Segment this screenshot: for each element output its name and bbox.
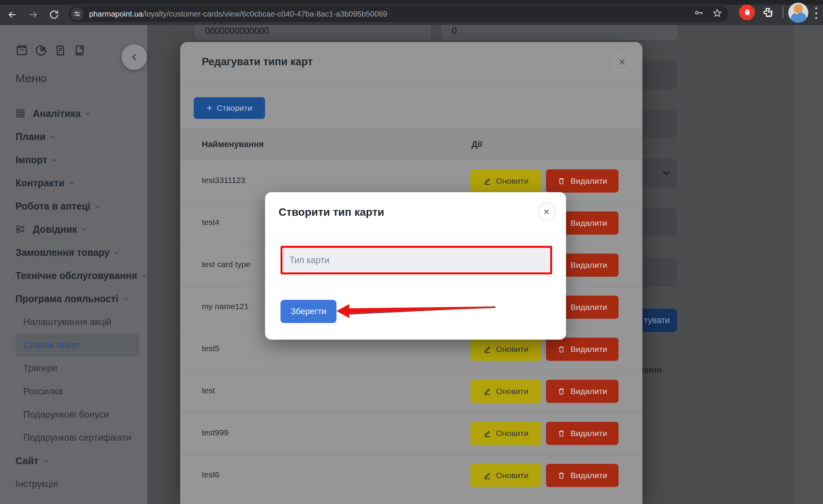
card-type-name: test — [202, 386, 215, 395]
background-select-field — [642, 158, 677, 188]
sidebar-item-3[interactable]: Контракти — [0, 171, 147, 194]
sidebar-item-15[interactable]: Сайт — [0, 449, 147, 472]
pie-chart-icon[interactable] — [35, 44, 47, 58]
address-bar[interactable]: pharmapoint.ua/loyalty/customer-cards/vi… — [69, 6, 728, 22]
sidebar-item-label: Технічне обслуговування — [15, 270, 137, 281]
create-card-type-modal: Створити тип карти ✕ Тип карти Зберегти — [265, 192, 566, 340]
delete-button[interactable]: Видалити — [546, 169, 619, 193]
header-divider — [180, 82, 642, 83]
url-text: pharmapoint.ua/loyalty/customer-cards/vi… — [89, 10, 387, 19]
chevron-down-icon — [42, 458, 49, 464]
password-key-icon[interactable] — [694, 8, 704, 20]
sidebar-item-16[interactable]: Інструкція — [0, 472, 147, 496]
archive-box-icon[interactable] — [15, 44, 28, 58]
sidebar-item-label: Програма лояльності — [15, 293, 118, 304]
scrollbar-track[interactable] — [795, 25, 823, 504]
modal-title: Створити тип карти — [279, 206, 384, 218]
list-icon — [15, 224, 25, 234]
bookmark-star-icon[interactable] — [712, 8, 722, 20]
site-settings-icon[interactable] — [71, 7, 84, 20]
header-divider — [265, 233, 566, 233]
sidebar-item-0[interactable]: Аналітика — [0, 102, 147, 125]
sidebar-item-14[interactable]: Подарункові сертифікати — [0, 426, 147, 449]
sidebar-item-label: Подарункові бонуси — [23, 409, 109, 420]
sidebar-item-label: Контракти — [15, 178, 64, 189]
book-icon[interactable] — [73, 44, 86, 58]
extensions-icon[interactable] — [761, 6, 774, 19]
card-number-value: 0000000000000 — [205, 26, 269, 36]
card-type-name: test card type — [202, 260, 250, 269]
sidebar-item-11[interactable]: Тригери — [0, 357, 147, 380]
delete-button[interactable]: Видалити — [546, 422, 619, 445]
update-button[interactable]: Оновити — [470, 464, 541, 487]
sidebar-item-10[interactable]: Список анкет — [15, 333, 139, 357]
close-icon[interactable]: ✕ — [613, 53, 631, 71]
delete-button[interactable]: Видалити — [546, 464, 619, 487]
chevron-down-icon — [84, 110, 91, 117]
sidebar-item-8[interactable]: Програма лояльності — [0, 287, 147, 310]
table-row: test6 Оновити Видалити — [180, 455, 642, 497]
chevron-down-icon — [141, 272, 148, 279]
pencil-icon — [483, 471, 492, 480]
card-type-name: my name121 — [202, 302, 248, 311]
url-host: pharmapoint.ua — [89, 10, 143, 18]
sidebar-item-2[interactable]: Імпорт — [0, 148, 147, 171]
reload-icon[interactable] — [49, 9, 59, 20]
save-button[interactable]: Зберегти — [281, 300, 336, 323]
sidebar-item-label: Тригери — [23, 363, 57, 374]
update-button[interactable]: Оновити — [470, 169, 541, 193]
pencil-icon — [483, 387, 492, 396]
background-form-field — [642, 109, 677, 139]
background-form-field — [642, 61, 677, 90]
card-type-name: test3311123 — [202, 176, 245, 185]
chevron-up-icon — [122, 296, 129, 302]
sidebar-item-13[interactable]: Подарункові бонуси — [0, 403, 147, 426]
sidebar-item-7[interactable]: Технічне обслуговування — [0, 264, 147, 287]
sidebar-item-5[interactable]: Довідник — [0, 218, 147, 241]
close-icon[interactable]: ✕ — [537, 203, 556, 221]
column-header-actions: Дії — [471, 139, 482, 149]
chevron-down-icon — [113, 249, 120, 256]
delete-button[interactable]: Видалити — [546, 338, 619, 361]
card-type-name: test6 — [202, 470, 220, 479]
sidebar-item-label: Інструкція — [15, 479, 58, 489]
toolbar-divider — [782, 7, 784, 19]
trash-icon — [557, 429, 566, 438]
update-button[interactable]: Оновити — [470, 338, 541, 361]
chevron-down-icon — [81, 226, 88, 233]
sidebar-item-label: Аналітика — [33, 108, 81, 119]
sidebar-collapse-button[interactable] — [122, 44, 147, 70]
grid-icon — [15, 108, 25, 118]
column-header-name: Найменування — [202, 139, 264, 149]
update-button[interactable]: Оновити — [470, 380, 541, 403]
card-type-input[interactable]: Тип карти — [281, 246, 552, 274]
adblock-extension-icon[interactable] — [739, 5, 755, 20]
trash-icon — [557, 345, 566, 353]
sidebar-item-1[interactable]: Плани — [0, 125, 147, 148]
sidebar-item-4[interactable]: Робота в аптеці — [0, 194, 147, 218]
sidebar-item-6[interactable]: Замовлення товару — [0, 241, 147, 264]
forward-icon[interactable] — [28, 9, 39, 20]
background-text-fragment: ання — [641, 364, 662, 375]
sidebar-item-label: Сайт — [15, 455, 39, 467]
update-button[interactable]: Оновити — [470, 422, 541, 445]
sidebar-item-label: Налаштування акцій — [23, 316, 112, 327]
back-icon[interactable] — [7, 9, 18, 20]
sidebar-item-12[interactable]: Розсилка — [0, 380, 147, 403]
sidebar-item-9[interactable]: Налаштування акцій — [0, 310, 147, 333]
document-icon[interactable] — [54, 44, 67, 58]
application-window: pharmapoint.ua/loyalty/customer-cards/vi… — [0, 0, 823, 504]
profile-avatar[interactable] — [788, 3, 808, 23]
sidebar: Меню Аналітика Плани Імпорт Ко — [0, 25, 147, 504]
table-row: test Оновити Видалити — [180, 370, 642, 413]
browser-toolbar: pharmapoint.ua/loyalty/customer-cards/vi… — [0, 0, 823, 25]
chevron-down-icon — [49, 134, 56, 140]
create-button[interactable]: + Створити — [194, 97, 265, 119]
plus-icon: + — [206, 103, 212, 113]
trash-icon — [557, 471, 566, 480]
delete-button[interactable]: Видалити — [546, 380, 619, 403]
card-type-name: test5 — [202, 344, 220, 353]
pencil-icon — [483, 345, 492, 353]
trash-icon — [557, 387, 566, 396]
chrome-menu-icon[interactable] — [815, 7, 818, 19]
